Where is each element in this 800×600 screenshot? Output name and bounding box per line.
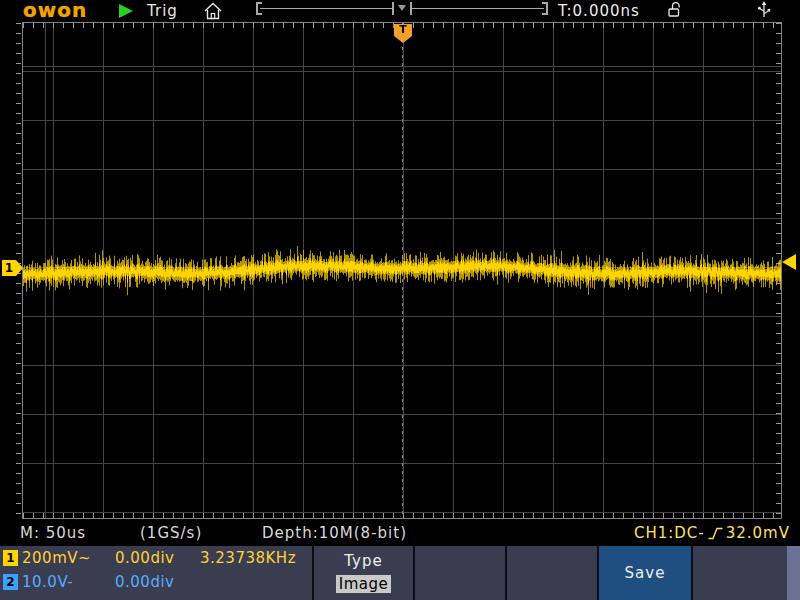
type-label: Type bbox=[314, 552, 413, 570]
trigger-level-arrow-icon[interactable] bbox=[782, 254, 796, 270]
slider-right-bracket bbox=[542, 2, 548, 15]
ch2-badge[interactable]: 2 bbox=[3, 574, 18, 590]
owon-logo: owon bbox=[23, 0, 87, 22]
ch1-position: 0.00div bbox=[115, 550, 174, 566]
sample-rate-readout: (1GS/s) bbox=[140, 524, 202, 542]
menu-item-type[interactable]: Type Image bbox=[314, 546, 413, 600]
menu-side-strip bbox=[787, 546, 800, 600]
bottom-menu-bar: 1 200mV~ 0.00div 3.23738KHz 2 10.0V- 0.0… bbox=[0, 546, 800, 600]
menu-separator bbox=[691, 546, 693, 600]
waveform-canvas bbox=[23, 23, 781, 518]
trigger-marker-tail bbox=[394, 36, 412, 43]
ch1-scale: 200mV~ bbox=[22, 550, 91, 566]
save-button[interactable]: Save bbox=[599, 546, 691, 600]
trigger-level-readout: 32.0mV bbox=[726, 524, 790, 542]
ch1-badge[interactable]: 1 bbox=[3, 550, 18, 566]
horizontal-position-slider[interactable] bbox=[256, 2, 548, 15]
graticule: T 1 bbox=[22, 22, 782, 519]
trigger-time-offset: T:0.000ns bbox=[558, 2, 640, 20]
oscilloscope-screen: owon Trig T:0.000ns bbox=[0, 0, 800, 600]
menu-separator bbox=[413, 546, 415, 600]
slider-thumb[interactable] bbox=[392, 2, 412, 15]
ch1-level-marker[interactable]: 1 bbox=[2, 260, 23, 276]
usb-icon bbox=[755, 0, 773, 19]
ch2-position: 0.00div bbox=[115, 574, 174, 590]
trigger-readout: CH1:DC- 32.0mV bbox=[634, 524, 790, 542]
menu-separator bbox=[505, 546, 507, 600]
top-bar: owon Trig T:0.000ns bbox=[0, 0, 800, 22]
ch1-marker-arrow-icon bbox=[16, 260, 23, 276]
rising-edge-icon bbox=[708, 526, 723, 541]
timebase-readout: M: 50us bbox=[20, 524, 86, 542]
unlock-icon[interactable] bbox=[666, 1, 684, 19]
trigger-position-marker[interactable]: T bbox=[394, 24, 412, 44]
trig-status-label: Trig bbox=[147, 2, 178, 20]
status-bar: M: 50us (1GS/s) Depth:10M(8-bit) CH1:DC-… bbox=[0, 520, 800, 546]
type-value-image[interactable]: Image bbox=[336, 575, 391, 593]
trigger-source-coupling: CH1:DC- bbox=[634, 524, 705, 542]
slider-thumb-arrow-icon bbox=[398, 5, 406, 11]
ch2-scale: 10.0V- bbox=[22, 574, 73, 590]
memory-depth-readout: Depth:10M(8-bit) bbox=[262, 524, 407, 542]
ch1-frequency: 3.23738KHz bbox=[200, 550, 296, 566]
home-icon[interactable] bbox=[202, 1, 224, 21]
run-play-icon[interactable] bbox=[119, 4, 133, 18]
slider-left-bracket bbox=[256, 2, 262, 15]
